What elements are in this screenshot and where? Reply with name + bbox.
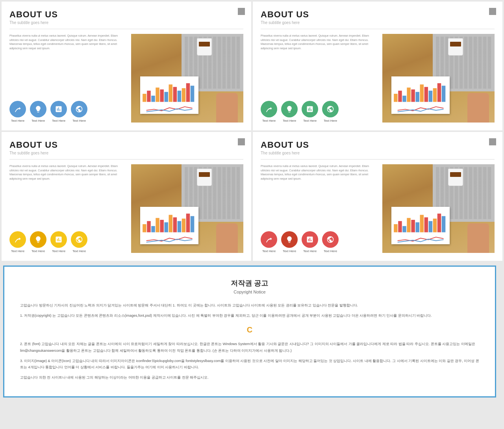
corner-box-4 [489, 138, 496, 145]
svg-rect-32 [177, 221, 181, 232]
svg-rect-11 [191, 86, 194, 102]
chart-1 [140, 76, 198, 114]
slide-3-icon-2: Text Here [30, 231, 46, 253]
slide-3-icon-3: Text Here [50, 231, 67, 253]
slide-1-image [131, 34, 243, 123]
slide-4-icon-1: Text Here [261, 231, 277, 253]
svg-rect-6 [169, 84, 172, 102]
svg-rect-22 [437, 83, 441, 102]
slide-4-divider [261, 159, 495, 160]
svg-rect-37 [398, 221, 402, 232]
copyright-para-3: 2. 폰트 (font) 고맙습니다 내의 모든 자체는 글을 폰트는 사이에의… [20, 341, 479, 353]
slide-2-icon-1: Text Here [261, 101, 277, 123]
slide-3-subtitle: The subtitle goes here [9, 151, 243, 155]
slide-4-icon-4: Text Here [322, 231, 339, 253]
slide-3-icon-1-circle [9, 231, 26, 248]
svg-rect-12 [394, 94, 397, 102]
slide-2-left: Phasellus viverra nulla ut metus varius … [261, 34, 378, 123]
slide-4-icon-1-circle [261, 231, 277, 248]
slide-2-icon-2-label: Text Here [283, 119, 296, 123]
copyright-font-highlight: C [20, 323, 479, 337]
slide-4-icon-2-label: Text Here [283, 249, 296, 253]
slide-1-content: Phasellus viverra nulla ut metus varius … [9, 34, 243, 123]
slide-1-left: Phasellus viverra nulla ut metus varius … [9, 34, 126, 123]
slide-1-icon-3: Text Here [50, 101, 67, 123]
slide-2-subtitle: The subtitle goes here [261, 20, 495, 25]
slide-1-icon-4-circle [71, 101, 87, 117]
slide-4-content: Phasellus viverra nulla ut metus varius … [261, 164, 495, 253]
copyright-para-4: 3. 이미지(Image) & 아이콘(Icon) 고맙습니다 내의 따라서 이… [20, 358, 479, 370]
corner-box-3 [238, 138, 245, 145]
slide-3: ABOUT US The subtitle goes here Phasellu… [2, 132, 251, 261]
svg-rect-14 [402, 96, 406, 102]
svg-rect-43 [424, 217, 428, 232]
slide-3-icon-4: Text Here [71, 231, 87, 253]
copyright-body: 고맙습니다 방문하신 기자사의 진심어린 노력과 의지가 담겨있는 사이트에 방… [20, 302, 479, 381]
svg-rect-21 [433, 88, 436, 102]
slide-4: ABOUT US The subtitle goes here Phasellu… [253, 132, 502, 261]
slide-4-icon-3-circle [302, 231, 318, 248]
slide-2-icon-1-circle [261, 101, 277, 117]
slide-2-icon-3: Text Here [302, 101, 318, 123]
svg-rect-18 [420, 84, 423, 102]
copyright-para-1: 고맙습니다 방문하신 기자사의 진심어린 노력과 의지가 담겨있는 사이트에 방… [20, 302, 479, 308]
svg-rect-27 [156, 218, 159, 232]
slide-1-icon-1-label: Text Here [11, 119, 24, 123]
slide-1-icon-4-label: Text Here [72, 119, 86, 123]
svg-rect-44 [428, 221, 432, 232]
slide-2-icon-2: Text Here [281, 101, 298, 123]
svg-rect-47 [442, 216, 445, 232]
svg-rect-9 [182, 88, 185, 102]
svg-rect-3 [156, 87, 159, 102]
slide-4-icon-2-circle [281, 231, 298, 248]
slide-3-title: ABOUT US [9, 140, 243, 150]
svg-rect-13 [398, 91, 402, 102]
slide-3-icon-2-label: Text Here [32, 249, 45, 253]
slide-2-icon-4: Text Here [322, 101, 339, 123]
slide-1-icon-3-label: Text Here [52, 119, 65, 123]
slide-4-subtitle: The subtitle goes here [261, 151, 495, 155]
slide-3-icon-1-label: Text Here [11, 249, 24, 253]
svg-rect-4 [160, 89, 163, 102]
slide-4-icon-4-label: Text Here [324, 249, 337, 253]
slide-1-icon-2-circle [30, 101, 46, 117]
slide-2-body: Phasellus viverra nulla ut metus varius … [261, 34, 378, 50]
slide-1-body: Phasellus viverra nulla ut metus varius … [9, 34, 126, 50]
slide-3-divider [9, 159, 243, 160]
bottom-row: 저작권 공고 Copyright Notice 고맙습니다 방문하신 기자사의 … [0, 264, 504, 401]
svg-rect-35 [191, 216, 194, 232]
slide-3-icon-3-circle [50, 231, 67, 248]
slide-1-icon-3-circle [50, 101, 67, 117]
svg-rect-31 [173, 217, 176, 232]
svg-rect-36 [394, 224, 397, 232]
slide-4-title: ABOUT US [261, 140, 495, 150]
slide-1-title: ABOUT US [9, 9, 243, 20]
svg-rect-25 [147, 221, 150, 232]
svg-rect-10 [186, 83, 190, 102]
copyright-subtitle: Copyright Notice [20, 290, 479, 294]
corner-box-1 [238, 8, 245, 15]
slide-3-left: Phasellus viverra nulla ut metus varius … [9, 164, 126, 253]
slide-2-icon-4-label: Text Here [324, 119, 337, 123]
slide-1-icon-2-label: Text Here [32, 119, 45, 123]
slide-1-subtitle: The subtitle goes here [9, 20, 243, 25]
slide-1-icon-1: Text Here [9, 101, 26, 123]
slide-2-content: Phasellus viverra nulla ut metus varius … [261, 34, 495, 123]
svg-rect-0 [143, 94, 146, 102]
slide-2-icon-3-circle [302, 101, 318, 117]
svg-rect-30 [169, 215, 172, 232]
corner-box-2 [489, 8, 496, 15]
slide-4-icon-1-label: Text Here [262, 249, 276, 253]
slide-2-title: ABOUT US [261, 9, 495, 20]
slide-4-icon-3-label: Text Here [303, 249, 317, 253]
copyright-para-2: 1. 저작권(copyright) 는 고맙습니다 모든 콘텐츠에 콘텐츠와 리… [20, 312, 479, 319]
copyright-para-5: 고맙습니다 의한 전 사이트나 내에 사용된 그의 해당하는 이상이라는 어떠한… [20, 374, 479, 381]
copyright-section: 저작권 공고 Copyright Notice 고맙습니다 방문하신 기자사의 … [3, 266, 496, 397]
svg-rect-41 [415, 222, 419, 232]
slide-2-icon-row: Text Here Text Here Text Here [261, 101, 378, 123]
svg-rect-42 [420, 215, 423, 232]
slide-4-icon-4-circle [322, 231, 339, 248]
svg-rect-2 [151, 96, 155, 102]
slide-2-image [382, 34, 495, 123]
svg-rect-29 [164, 222, 168, 232]
